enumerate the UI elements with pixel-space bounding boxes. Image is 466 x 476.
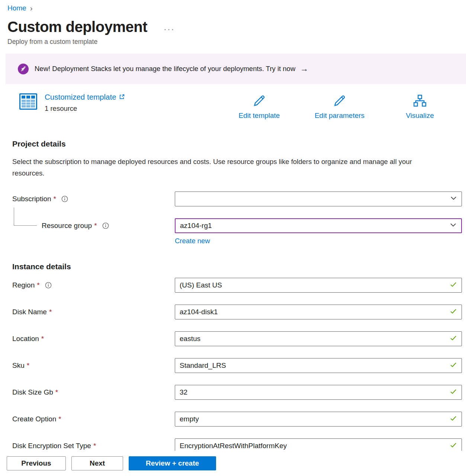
create-option-row: Create Option * empty	[12, 412, 466, 427]
required-marker: *	[93, 442, 96, 450]
resource-count: 1 resource	[45, 104, 125, 113]
subscription-row: Subscription *	[12, 192, 466, 206]
customized-template-link[interactable]: Customized template	[45, 93, 125, 102]
checkmark-icon	[450, 388, 457, 397]
resource-group-row: Resource group * az104-rg1	[12, 218, 466, 233]
more-options-button[interactable]: ···	[164, 21, 175, 33]
sku-row: Sku * Standard_LRS	[12, 358, 466, 373]
disk-size-input[interactable]: 32	[175, 385, 462, 400]
template-icon	[19, 93, 37, 111]
disk-name-input[interactable]: az104-disk1	[175, 305, 462, 319]
external-link-icon	[119, 93, 125, 102]
edit-template-button[interactable]: Edit template	[226, 93, 293, 120]
next-button[interactable]: Next	[71, 456, 123, 470]
required-marker: *	[37, 281, 39, 289]
checkmark-icon	[450, 281, 457, 290]
breadcrumb-home-link[interactable]: Home	[7, 4, 26, 12]
disk-encryption-set-type-label: Disk Encryption Set Type	[12, 442, 91, 450]
create-option-label: Create Option	[12, 415, 56, 423]
subscription-dropdown[interactable]	[175, 192, 462, 206]
disk-name-row: Disk Name * az104-disk1	[12, 305, 466, 319]
resource-group-label: Resource group	[42, 222, 92, 230]
sitemap-icon	[412, 103, 427, 109]
location-label: Location	[12, 335, 39, 343]
create-option-input[interactable]: empty	[175, 412, 462, 427]
disk-name-label: Disk Name	[12, 308, 47, 316]
field-connector-line	[14, 208, 37, 226]
resource-group-dropdown[interactable]: az104-rg1	[175, 218, 462, 233]
region-row: Region * (US) East US	[12, 278, 466, 293]
info-icon[interactable]	[61, 196, 68, 202]
required-marker: *	[49, 308, 52, 316]
rocket-icon	[18, 64, 29, 74]
checkmark-icon	[450, 415, 457, 424]
project-details-description: Select the subscription to manage deploy…	[12, 156, 442, 179]
arrow-right-icon: →	[300, 64, 308, 74]
edit-parameters-button[interactable]: Edit parameters	[306, 93, 373, 120]
chevron-down-icon	[450, 221, 457, 230]
required-marker: *	[41, 335, 44, 343]
location-row: Location * eastus	[12, 331, 466, 346]
previous-button[interactable]: Previous	[7, 456, 66, 470]
banner-message: New! Deployment Stacks let you manage th…	[35, 65, 295, 73]
page-subtitle: Deploy from a custom template	[7, 38, 466, 46]
visualize-button[interactable]: Visualize	[386, 93, 453, 120]
page-title: Custom deployment	[7, 19, 147, 35]
create-new-link[interactable]: Create new	[175, 237, 210, 245]
checkmark-icon	[450, 441, 457, 451]
disk-size-label: Disk Size Gb	[12, 388, 53, 396]
sku-label: Sku	[12, 361, 25, 370]
pencil-icon	[332, 103, 347, 109]
region-input[interactable]: (US) East US	[175, 278, 462, 293]
subscription-label: Subscription	[12, 195, 51, 203]
checkmark-icon	[450, 361, 457, 370]
disk-size-row: Disk Size Gb * 32	[12, 385, 466, 400]
deployment-stacks-banner[interactable]: New! Deployment Stacks let you manage th…	[6, 54, 466, 84]
review-create-button[interactable]: Review + create	[129, 456, 216, 470]
info-icon[interactable]	[45, 282, 52, 289]
template-summary: Customized template 1 resource Edit temp…	[0, 93, 466, 121]
footer-bar: Previous Next Review + create	[0, 451, 466, 476]
pencil-icon	[252, 103, 267, 109]
required-marker: *	[54, 195, 56, 203]
location-input[interactable]: eastus	[175, 331, 462, 346]
info-icon[interactable]	[102, 222, 109, 229]
project-details-heading: Project details	[12, 139, 466, 148]
required-marker: *	[58, 415, 61, 423]
checkmark-icon	[450, 334, 457, 344]
required-marker: *	[94, 222, 97, 230]
instance-details-heading: Instance details	[12, 262, 466, 271]
checkmark-icon	[450, 308, 457, 317]
required-marker: *	[55, 388, 58, 396]
breadcrumb: Home ›	[0, 0, 466, 13]
sku-input[interactable]: Standard_LRS	[175, 358, 462, 373]
region-label: Region	[12, 281, 35, 289]
required-marker: *	[27, 361, 29, 370]
chevron-right-icon: ›	[30, 4, 33, 13]
chevron-down-icon	[450, 194, 457, 203]
